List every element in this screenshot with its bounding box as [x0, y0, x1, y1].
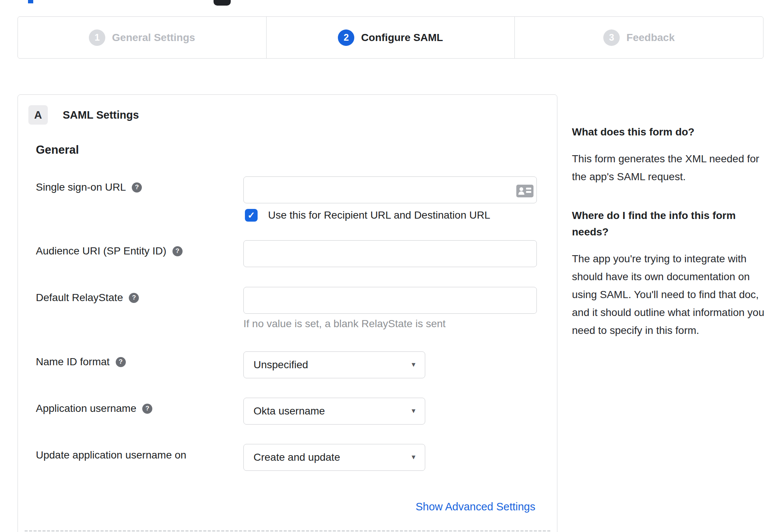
- name-id-format-help-icon[interactable]: ?: [116, 357, 126, 367]
- sso-url-input[interactable]: [243, 176, 537, 203]
- chevron-down-icon: ▼: [410, 454, 417, 461]
- app-logo-cutoff-fragment: [214, 0, 231, 6]
- sso-url-help-icon[interactable]: ?: [132, 182, 142, 193]
- step-number-badge: 2: [338, 29, 354, 46]
- help-sidebar: What does this form do? This form genera…: [572, 124, 769, 361]
- step-feedback[interactable]: 3 Feedback: [514, 17, 763, 58]
- step-number-badge: 1: [89, 29, 105, 46]
- update-username-label: Update application username on: [36, 449, 186, 461]
- step-label: Configure SAML: [361, 32, 443, 44]
- name-id-format-value: Unspecified: [253, 359, 308, 371]
- blue-accent-cutoff-fragment: [28, 0, 33, 3]
- saml-settings-panel: A SAML Settings General Single sign-on U…: [18, 94, 557, 532]
- app-username-value: Okta username: [253, 405, 325, 417]
- audience-uri-label-text: Audience URI (SP Entity ID): [36, 245, 167, 257]
- app-username-select[interactable]: Okta username ▼: [243, 398, 425, 425]
- sso-url-label: Single sign-on URL ?: [36, 181, 142, 193]
- app-username-help-icon[interactable]: ?: [142, 404, 152, 414]
- update-username-value: Create and update: [253, 451, 340, 463]
- chevron-down-icon: ▼: [410, 361, 417, 369]
- general-group-title: General: [36, 143, 79, 157]
- relay-state-label-text: Default RelayState: [36, 292, 123, 304]
- help-section-title: Where do I find the info this form needs…: [572, 207, 769, 240]
- panel-title: SAML Settings: [63, 105, 139, 125]
- name-id-format-label: Name ID format ?: [36, 356, 126, 368]
- step-label: Feedback: [626, 32, 675, 44]
- help-section-body: This form generates the XML needed for t…: [572, 150, 769, 186]
- step-configure-saml[interactable]: 2 Configure SAML: [266, 17, 515, 58]
- contact-card-icon[interactable]: [516, 184, 534, 199]
- name-id-format-label-text: Name ID format: [36, 356, 110, 368]
- recipient-url-checkbox-label: Use this for Recipient URL and Destinati…: [268, 209, 490, 221]
- section-dashed-divider: [25, 530, 550, 532]
- step-general-settings[interactable]: 1 General Settings: [18, 17, 266, 58]
- name-id-format-select[interactable]: Unspecified ▼: [243, 351, 425, 378]
- audience-uri-input[interactable]: [243, 240, 537, 267]
- relay-state-input[interactable]: [243, 287, 537, 314]
- app-username-label-text: Application username: [36, 403, 136, 414]
- sso-url-label-text: Single sign-on URL: [36, 181, 126, 193]
- help-section-body: The app you're trying to integrate with …: [572, 250, 769, 339]
- update-username-label-text: Update application username on: [36, 449, 186, 461]
- relay-state-help-icon[interactable]: ?: [129, 293, 139, 303]
- section-a-badge: A: [28, 105, 48, 125]
- step-number-badge: 3: [603, 29, 620, 46]
- checkbox-checked-icon[interactable]: ✓: [245, 209, 258, 222]
- chevron-down-icon: ▼: [410, 407, 417, 415]
- recipient-url-checkbox-row[interactable]: ✓ Use this for Recipient URL and Destina…: [245, 209, 490, 222]
- relay-state-hint: If no value is set, a blank RelayState i…: [243, 318, 446, 330]
- update-username-select[interactable]: Create and update ▼: [243, 444, 425, 471]
- wizard-stepper: 1 General Settings 2 Configure SAML 3 Fe…: [18, 16, 763, 59]
- audience-uri-label: Audience URI (SP Entity ID) ?: [36, 245, 183, 257]
- show-advanced-settings-link[interactable]: Show Advanced Settings: [416, 501, 535, 513]
- audience-uri-help-icon[interactable]: ?: [172, 246, 183, 256]
- help-section-title: What does this form do?: [572, 124, 769, 140]
- app-username-label: Application username ?: [36, 403, 152, 414]
- relay-state-label: Default RelayState ?: [36, 292, 139, 304]
- step-label: General Settings: [112, 32, 195, 44]
